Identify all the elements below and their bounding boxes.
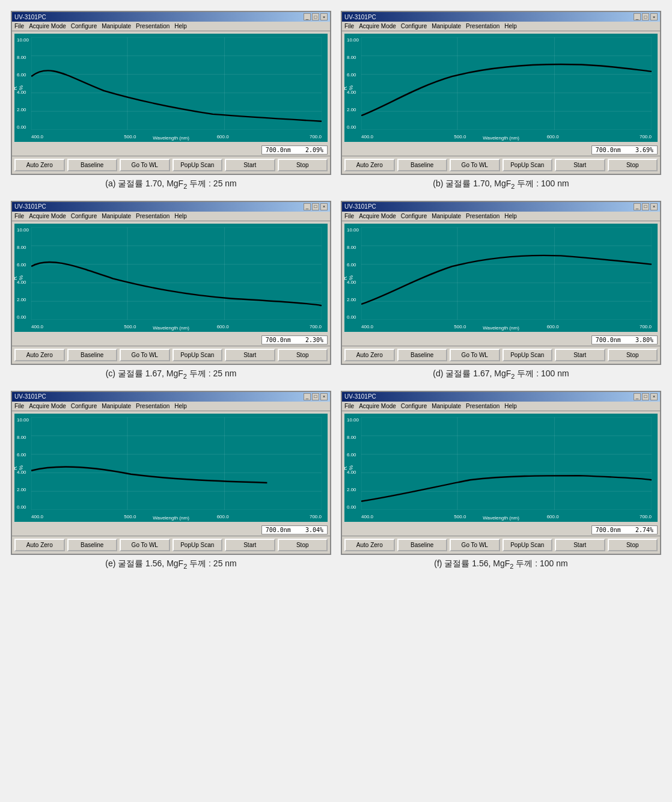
- auto-zero-button[interactable]: Auto Zero: [14, 349, 65, 361]
- menu-item-help[interactable]: Help: [504, 23, 517, 29]
- stop-button[interactable]: Stop: [608, 349, 658, 361]
- menu-item-file[interactable]: File: [14, 213, 24, 219]
- chart-svg: [361, 37, 652, 130]
- go-to-wl-button[interactable]: Go To WL: [450, 349, 500, 361]
- baseline-button[interactable]: Baseline: [397, 539, 448, 551]
- menu-item-presentation[interactable]: Presentation: [466, 213, 499, 219]
- go-to-wl-button[interactable]: Go To WL: [120, 539, 170, 551]
- maximize-button[interactable]: □: [312, 13, 319, 20]
- menu-item-help[interactable]: Help: [174, 213, 187, 219]
- menu-item-file[interactable]: File: [344, 23, 354, 29]
- start-button[interactable]: Start: [225, 349, 275, 361]
- close-button[interactable]: ×: [320, 393, 328, 400]
- menu-item-configure[interactable]: Configure: [401, 213, 427, 219]
- minimize-button[interactable]: _: [634, 13, 641, 20]
- start-button[interactable]: Start: [225, 159, 275, 171]
- close-button[interactable]: ×: [650, 203, 658, 210]
- popup-scan-button[interactable]: PopUp Scan: [502, 349, 553, 361]
- baseline-button[interactable]: Baseline: [397, 159, 448, 171]
- close-button[interactable]: ×: [650, 13, 658, 20]
- baseline-button[interactable]: Baseline: [67, 159, 118, 171]
- maximize-button[interactable]: □: [642, 203, 649, 210]
- go-to-wl-button[interactable]: Go To WL: [120, 159, 170, 171]
- menu-item-presentation[interactable]: Presentation: [136, 213, 170, 219]
- menu-item-configure[interactable]: Configure: [71, 23, 97, 29]
- menu-item-file[interactable]: File: [344, 213, 354, 219]
- stop-button[interactable]: Stop: [278, 539, 328, 551]
- popup-scan-button[interactable]: PopUp Scan: [173, 539, 223, 551]
- maximize-button[interactable]: □: [642, 393, 649, 400]
- auto-zero-button[interactable]: Auto Zero: [344, 349, 395, 361]
- menu-item-help[interactable]: Help: [174, 403, 187, 409]
- stop-button[interactable]: Stop: [608, 539, 658, 551]
- minimize-button[interactable]: _: [304, 13, 311, 20]
- stop-button[interactable]: Stop: [278, 349, 328, 361]
- minimize-button[interactable]: _: [304, 203, 311, 210]
- status-display: 700.0nm 2.74%: [591, 525, 658, 534]
- menu-item-manipulate[interactable]: Manipulate: [432, 213, 461, 219]
- menu-item-configure[interactable]: Configure: [71, 213, 97, 219]
- close-button[interactable]: ×: [320, 13, 328, 20]
- menu-item-file[interactable]: File: [344, 403, 354, 409]
- menu-item-acquire-mode[interactable]: Acquire Mode: [359, 403, 396, 409]
- popup-scan-button[interactable]: PopUp Scan: [173, 159, 223, 171]
- auto-zero-button[interactable]: Auto Zero: [14, 539, 65, 551]
- start-button[interactable]: Start: [225, 539, 275, 551]
- start-button[interactable]: Start: [555, 349, 605, 361]
- go-to-wl-button[interactable]: Go To WL: [450, 539, 500, 551]
- menu-item-configure[interactable]: Configure: [401, 403, 427, 409]
- start-button[interactable]: Start: [555, 159, 605, 171]
- menu-item-configure[interactable]: Configure: [71, 403, 97, 409]
- menu-item-acquire-mode[interactable]: Acquire Mode: [359, 23, 396, 29]
- menu-item-presentation[interactable]: Presentation: [466, 23, 499, 29]
- menu-item-manipulate[interactable]: Manipulate: [432, 403, 461, 409]
- baseline-button[interactable]: Baseline: [397, 349, 448, 361]
- auto-zero-button[interactable]: Auto Zero: [344, 159, 395, 171]
- menu-item-manipulate[interactable]: Manipulate: [102, 403, 131, 409]
- menu-item-manipulate[interactable]: Manipulate: [102, 213, 131, 219]
- menu-item-acquire-mode[interactable]: Acquire Mode: [359, 213, 396, 219]
- menu-item-presentation[interactable]: Presentation: [136, 23, 170, 29]
- y-label: 6.00: [17, 262, 29, 268]
- minimize-button[interactable]: _: [634, 393, 641, 400]
- caption-d: (d) 굴절률 1.67, MgF2 두께 : 100 nm: [341, 365, 661, 381]
- maximize-button[interactable]: □: [642, 13, 649, 20]
- baseline-button[interactable]: Baseline: [67, 539, 118, 551]
- title-text: UV-3101PC: [14, 14, 46, 20]
- menu-item-manipulate[interactable]: Manipulate: [102, 23, 131, 29]
- menu-item-help[interactable]: Help: [504, 213, 517, 219]
- stop-button[interactable]: Stop: [278, 159, 328, 171]
- start-button[interactable]: Start: [555, 539, 605, 551]
- menu-item-help[interactable]: Help: [504, 403, 517, 409]
- stop-button[interactable]: Stop: [608, 159, 658, 171]
- go-to-wl-button[interactable]: Go To WL: [450, 159, 500, 171]
- x-label: 700.0: [640, 324, 652, 329]
- auto-zero-button[interactable]: Auto Zero: [344, 539, 395, 551]
- menu-item-file[interactable]: File: [14, 403, 24, 409]
- button-bar: Auto Zero Baseline Go To WL PopUp Scan S…: [342, 346, 660, 364]
- y-label: 10.00: [347, 417, 359, 423]
- menu-item-help[interactable]: Help: [174, 23, 187, 29]
- menu-item-acquire-mode[interactable]: Acquire Mode: [29, 403, 66, 409]
- maximize-button[interactable]: □: [312, 393, 319, 400]
- go-to-wl-button[interactable]: Go To WL: [120, 349, 170, 361]
- menu-item-acquire-mode[interactable]: Acquire Mode: [29, 213, 66, 219]
- auto-zero-button[interactable]: Auto Zero: [14, 159, 65, 171]
- maximize-button[interactable]: □: [312, 203, 319, 210]
- close-button[interactable]: ×: [650, 393, 658, 400]
- baseline-button[interactable]: Baseline: [67, 349, 118, 361]
- menu-item-acquire-mode[interactable]: Acquire Mode: [29, 23, 66, 29]
- menu-item-configure[interactable]: Configure: [401, 23, 427, 29]
- menu-item-presentation[interactable]: Presentation: [466, 403, 499, 409]
- close-button[interactable]: ×: [320, 203, 328, 210]
- status-value: 2.30%: [305, 337, 323, 343]
- popup-scan-button[interactable]: PopUp Scan: [502, 539, 553, 551]
- menu-item-manipulate[interactable]: Manipulate: [432, 23, 461, 29]
- status-bar: 700.0nm 2.09%: [12, 144, 330, 156]
- popup-scan-button[interactable]: PopUp Scan: [502, 159, 553, 171]
- menu-item-presentation[interactable]: Presentation: [136, 403, 170, 409]
- minimize-button[interactable]: _: [304, 393, 311, 400]
- minimize-button[interactable]: _: [634, 203, 641, 210]
- menu-item-file[interactable]: File: [14, 23, 24, 29]
- popup-scan-button[interactable]: PopUp Scan: [173, 349, 223, 361]
